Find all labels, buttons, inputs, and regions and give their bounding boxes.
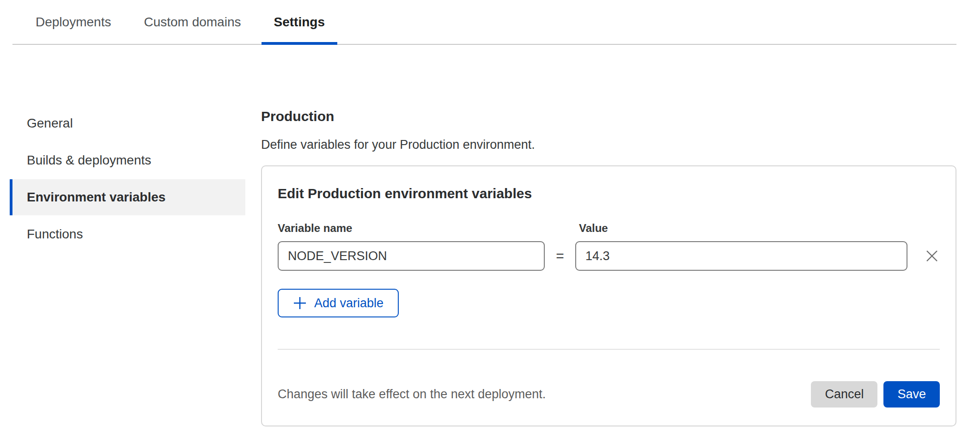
- settings-page: Deployments Custom domains Settings Gene…: [0, 0, 980, 438]
- plus-icon: [293, 296, 307, 310]
- variable-name-input[interactable]: [278, 241, 545, 271]
- tab-bar: Deployments Custom domains Settings: [12, 0, 956, 45]
- page-subtitle: Define variables for your Production env…: [261, 138, 956, 152]
- equals-sign: =: [545, 248, 575, 264]
- deployment-note: Changes will take effect on the next dep…: [278, 387, 546, 402]
- variable-row: =: [278, 241, 940, 271]
- value-label: Value: [575, 222, 608, 235]
- footer-actions: Cancel Save: [811, 381, 940, 408]
- environment-variables-card: Edit Production environment variables Va…: [261, 165, 956, 426]
- remove-variable-button[interactable]: [924, 248, 940, 264]
- save-button[interactable]: Save: [883, 381, 940, 408]
- variable-value-input[interactable]: [575, 241, 907, 271]
- add-variable-label: Add variable: [314, 296, 383, 310]
- field-labels-row: Variable name Value: [278, 222, 940, 235]
- page-title: Production: [261, 108, 956, 124]
- sidebar-item-functions[interactable]: Functions: [10, 216, 245, 252]
- sidebar-item-environment-variables[interactable]: Environment variables: [10, 179, 245, 215]
- add-variable-button[interactable]: Add variable: [278, 289, 399, 317]
- x-icon: [925, 249, 939, 263]
- tab-settings[interactable]: Settings: [262, 0, 337, 44]
- sidebar-item-builds-deployments[interactable]: Builds & deployments: [10, 142, 245, 178]
- card-divider: [278, 349, 940, 350]
- settings-sidebar: General Builds & deployments Environment…: [10, 105, 245, 252]
- cancel-button[interactable]: Cancel: [811, 381, 877, 408]
- content-area: General Builds & deployments Environment…: [0, 45, 980, 426]
- sidebar-item-general[interactable]: General: [10, 105, 245, 141]
- labels-spacer: [545, 222, 575, 235]
- card-footer: Changes will take effect on the next dep…: [278, 381, 940, 408]
- main-panel: Production Define variables for your Pro…: [261, 105, 956, 426]
- card-title: Edit Production environment variables: [278, 186, 940, 201]
- tab-custom-domains[interactable]: Custom domains: [131, 0, 253, 44]
- tab-deployments[interactable]: Deployments: [23, 0, 123, 44]
- variable-name-label: Variable name: [278, 222, 545, 235]
